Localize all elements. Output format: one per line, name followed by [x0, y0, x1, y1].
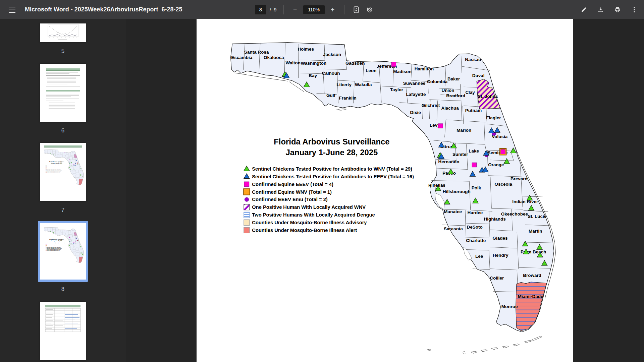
toolbar-left: Microsoft Word - 2025Week26ArbovirusRepo… — [0, 5, 255, 15]
thumbnail-8-map — [40, 223, 86, 280]
page-separator: / — [270, 7, 271, 12]
page-count: / 9 — [270, 7, 277, 12]
rotate-button[interactable] — [365, 5, 375, 15]
page-number-input[interactable] — [255, 5, 266, 14]
page-thumbnail-8[interactable] — [40, 223, 86, 280]
print-button[interactable] — [612, 5, 623, 15]
pdf-viewer-app: Microsoft Word - 2025Week26ArbovirusRepo… — [0, 0, 644, 362]
download-icon — [598, 6, 604, 13]
download-button[interactable] — [596, 5, 606, 15]
thumbnail-sidebar[interactable]: 5 6 — [0, 19, 126, 362]
menu-button[interactable] — [7, 5, 17, 15]
florida-arbovirus-map: EscambiaSanta RosaOkaloosaWaltonHolmesWa… — [197, 19, 573, 362]
zoom-in-button[interactable]: + — [328, 5, 337, 14]
thumbnail-5-chart — [40, 23, 86, 42]
page-thumbnail-6-label: 6 — [0, 127, 126, 134]
zoom-level[interactable]: 110% — [303, 5, 325, 14]
page-thumbnail-9[interactable] — [40, 302, 86, 360]
fit-page-button[interactable] — [351, 5, 361, 15]
pencil-icon — [581, 6, 587, 13]
rotate-ccw-icon — [367, 5, 373, 14]
thumbnail-9-table — [40, 302, 86, 360]
page-thumbnail-7-label: 7 — [0, 207, 126, 214]
document-title: Microsoft Word - 2025Week26ArbovirusRepo… — [25, 6, 182, 13]
toolbar: Microsoft Word - 2025Week26ArbovirusRepo… — [0, 0, 644, 19]
page-total-value: 9 — [274, 7, 276, 12]
page-thumbnail-5-label: 5 — [0, 48, 126, 55]
page-thumbnail-7[interactable] — [40, 143, 86, 201]
zoom-out-button[interactable]: − — [290, 5, 300, 14]
kebab-menu-icon — [631, 6, 637, 13]
print-icon — [614, 6, 621, 13]
toolbar-divider — [283, 5, 284, 14]
thumbnail-6-tables — [40, 64, 86, 122]
fit-page-icon — [353, 5, 359, 14]
page-thumbnail-6[interactable] — [40, 64, 86, 122]
toolbar-right — [579, 0, 639, 19]
edit-button[interactable] — [579, 5, 589, 15]
document-viewer[interactable]: EscambiaSanta RosaOkaloosaWaltonHolmesWa… — [126, 19, 644, 362]
menu-icon — [9, 7, 15, 13]
toolbar-divider — [344, 5, 344, 14]
page-thumbnail-8-label: 8 — [0, 286, 126, 293]
page-thumbnail-8-selected-frame — [38, 221, 88, 282]
page-thumbnail-5[interactable] — [40, 23, 86, 42]
document-page-8[interactable]: EscambiaSanta RosaOkaloosaWaltonHolmesWa… — [197, 19, 573, 362]
more-options-button[interactable] — [629, 5, 639, 15]
thumbnail-7-map — [40, 143, 86, 201]
toolbar-center: / 9 − 110% + — [255, 5, 375, 15]
